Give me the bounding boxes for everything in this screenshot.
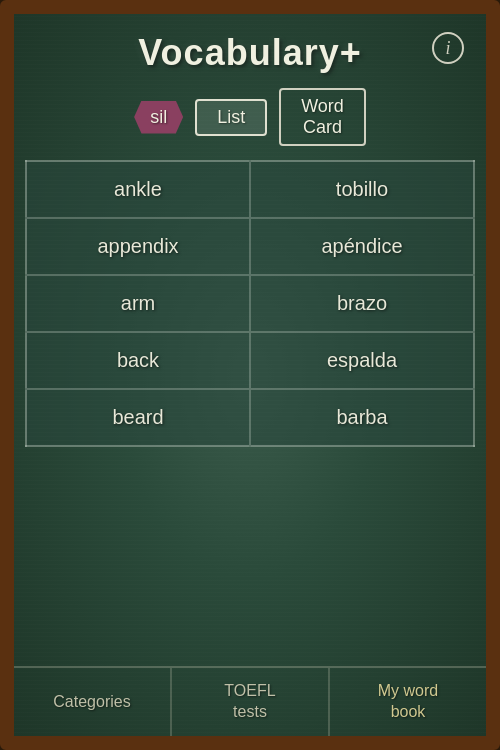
english-cell[interactable]: arm <box>26 275 250 332</box>
table-row[interactable]: appendix apéndice <box>26 218 474 275</box>
sil-badge[interactable]: sil <box>134 101 183 134</box>
table-row[interactable]: back espalda <box>26 332 474 389</box>
vocab-table: ankle tobillo appendix apéndice arm braz… <box>25 160 475 447</box>
tab-wordcard[interactable]: WordCard <box>279 88 366 146</box>
english-cell[interactable]: appendix <box>26 218 250 275</box>
english-cell[interactable]: beard <box>26 389 250 446</box>
spanish-cell[interactable]: barba <box>250 389 474 446</box>
nav-wordbook[interactable]: My wordbook <box>330 668 486 736</box>
info-button[interactable]: i <box>432 32 464 64</box>
english-cell[interactable]: back <box>26 332 250 389</box>
table-row[interactable]: ankle tobillo <box>26 161 474 218</box>
english-cell[interactable]: ankle <box>26 161 250 218</box>
nav-toefl[interactable]: TOEFLtests <box>172 668 330 736</box>
header-row: sil List WordCard <box>134 88 366 146</box>
bottom-nav: Categories TOEFLtests My wordbook <box>14 666 486 736</box>
nav-categories[interactable]: Categories <box>14 668 172 736</box>
chalkboard: i Vocabulary+ sil List WordCard ankle to… <box>0 0 500 750</box>
table-row[interactable]: arm brazo <box>26 275 474 332</box>
spanish-cell[interactable]: tobillo <box>250 161 474 218</box>
spanish-cell[interactable]: apéndice <box>250 218 474 275</box>
app-title: Vocabulary+ <box>138 32 361 74</box>
table-row[interactable]: beard barba <box>26 389 474 446</box>
spanish-cell[interactable]: espalda <box>250 332 474 389</box>
tab-list[interactable]: List <box>195 99 267 136</box>
spanish-cell[interactable]: brazo <box>250 275 474 332</box>
